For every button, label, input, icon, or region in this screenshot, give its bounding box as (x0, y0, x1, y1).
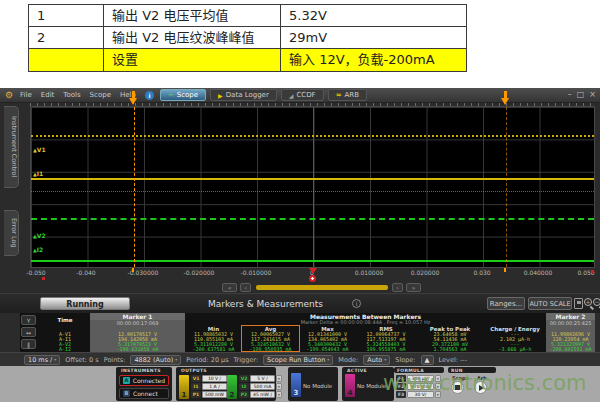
timebase-value: 10 ms / (28, 356, 52, 364)
running-button[interactable]: Running (40, 297, 130, 310)
pan-right-button[interactable]: › (392, 283, 403, 292)
zoom-in-icon[interactable]: + (584, 298, 592, 306)
instruments-header: INSTRUMENTS (121, 368, 161, 373)
zoom-out-icon[interactable]: − (593, 298, 600, 306)
sidebar-tab-error-log[interactable]: Error Log (4, 210, 19, 256)
slope-toggle[interactable]: ▲ (421, 355, 434, 365)
marker2-line[interactable] (506, 107, 507, 267)
marker1-arrow-icon[interactable] (129, 98, 137, 105)
scrollbar-thumb[interactable] (256, 285, 388, 290)
v1-chip: V1 (191, 375, 201, 382)
menu-tools[interactable]: Tools (63, 91, 80, 99)
row-number: 1 (29, 5, 104, 26)
v2-range-dropdown[interactable]: 5 V / (250, 375, 275, 382)
v1-range-dropdown[interactable]: 10 V / (202, 375, 227, 382)
module3-status: No Module (303, 383, 332, 389)
tab-data-logger[interactable]: ▶ Data Logger (210, 89, 277, 101)
row-number: 2 (29, 27, 104, 48)
waveform-icon: ≈ (336, 91, 342, 99)
minimize-button[interactable]: – (568, 90, 572, 99)
row-number (29, 49, 104, 71)
timebase-dropdown[interactable]: 10 ms / ▾ (24, 355, 60, 365)
trigger-marker-icon[interactable] (309, 268, 317, 274)
marker2-arrow-icon[interactable] (501, 98, 509, 105)
maximize-button[interactable]: □ (577, 90, 585, 99)
outputs-header: OUTPUTS (181, 368, 207, 373)
p2-range-dropdown[interactable]: 45 mW / (250, 391, 275, 398)
markers-measurements-label: Markers & Measurements (208, 299, 323, 309)
channel-name: V1 (37, 146, 46, 153)
i2-range-dropdown[interactable]: 500 mA (250, 383, 275, 390)
instrument-a-icon: A (123, 377, 130, 384)
play-icon: ▶ (218, 92, 223, 99)
marker2-header: Marker 2 (546, 313, 595, 320)
output-row-p2: P2 45 mW / ▾ (239, 391, 282, 398)
x-tick-label: 0.010000 (347, 269, 391, 276)
p1-chip: P1 (191, 391, 201, 398)
sidebar-tab-instrument-control[interactable]: Instrument Control (4, 106, 19, 188)
tab-label: CCDF (296, 91, 315, 99)
report-table: 1 输出 V2 电压平均值 5.32V 2 输出 V2 电压纹波峰峰值 29mV… (28, 4, 467, 72)
waveform-plot[interactable]: ▲V1 ▲I1 ▲V2 ▲I2 (30, 106, 595, 268)
close-button[interactable]: × (589, 90, 596, 99)
marker-tool-icon[interactable]: ↔ (21, 327, 36, 337)
x-tick-label: 0.040000 (516, 269, 560, 276)
trigger-pin-icon[interactable] (309, 275, 316, 282)
table-row-highlighted: 设置 输入 12V，负载-200mA (29, 49, 466, 71)
instrument-b-button[interactable]: B Connect (119, 388, 169, 399)
title-bar: ⚙ File Edit Tools Scope Help i ~ Scope ▶… (0, 88, 600, 103)
chevron-down-icon: ▾ (54, 356, 56, 364)
tab-arb[interactable]: ≈ ARB (328, 89, 367, 101)
row-item: 输出 V2 电压平均值 (104, 5, 281, 26)
export-icon[interactable] (574, 298, 583, 309)
tab-ccdf[interactable]: ◢ CCDF (281, 89, 324, 101)
screenshot-canvas: 1 输出 V2 电压平均值 5.32V 2 输出 V2 电压纹波峰峰值 29mV… (0, 0, 600, 402)
time-column-header: Time (40, 317, 90, 324)
gear-icon[interactable]: ⚙ (5, 90, 13, 100)
x-tick-label: 0.050 (564, 269, 600, 276)
mode-dropdown[interactable]: Auto ▾ (363, 355, 390, 365)
instrument-a-button[interactable]: A Connected (119, 375, 169, 386)
status-bar: Running Markers & Measurements i Ranges.… (0, 293, 600, 313)
pause-tool-icon[interactable]: ‖ (21, 339, 36, 349)
menu-file[interactable]: File (20, 91, 32, 99)
menu-edit[interactable]: Edit (41, 91, 55, 99)
chevron-down-icon[interactable]: ▾ (276, 383, 282, 390)
offset-label: Offset: 0 s (65, 356, 98, 364)
collapse-info-icon[interactable]: i (352, 299, 361, 308)
trace-i1 (31, 178, 594, 180)
tab-scope[interactable]: ~ Scope (160, 89, 206, 101)
scope-app-window: ⚙ File Edit Tools Scope Help i ~ Scope ▶… (0, 88, 600, 402)
channel-label-v2: ▲V2 (33, 233, 46, 239)
marker1-line[interactable] (134, 107, 135, 267)
right-limit-marker (591, 270, 594, 273)
pan-far-right-button[interactable]: » (406, 283, 421, 292)
instrument-b-icon: B (123, 390, 130, 397)
trigger-dropdown[interactable]: Scope Run Button ▾ (263, 355, 333, 365)
acquisition-bar: 10 ms / ▾ Offset: 0 s Points: 4882 (Auto… (0, 352, 600, 366)
p1-range-dropdown[interactable]: 500 mW (202, 391, 227, 398)
chevron-down-icon[interactable]: ▾ (276, 375, 282, 382)
points-dropdown[interactable]: 4882 (Auto) ▾ (130, 355, 181, 365)
i1-range-dropdown[interactable]: 1 A / (202, 383, 227, 390)
ranges-button[interactable]: Ranges... (487, 297, 525, 310)
trace-v1 (31, 135, 594, 137)
marker2-timestamp: 00:00:00:25:425 (546, 320, 595, 326)
center-gridline (313, 107, 314, 267)
module1-bar: 1 (179, 375, 189, 399)
cursor-tool-icon[interactable]: Y (21, 315, 36, 325)
pan-left-button[interactable]: ‹ (240, 283, 251, 292)
info-icon[interactable]: i (145, 91, 154, 100)
points-value: 4882 (Auto) (134, 356, 173, 364)
x-tick-label: -0.020000 (177, 269, 221, 276)
x-tick-label: 0.030 (460, 269, 504, 276)
autoscale-button[interactable]: AUTO SCALE (528, 297, 572, 310)
table-row: 1 输出 V2 电压平均值 5.32V (29, 5, 466, 27)
module3-bar: 3 (291, 373, 301, 397)
menu-scope[interactable]: Scope (90, 91, 111, 99)
x-tick-label: -0.040 (64, 269, 108, 276)
channel-label-i1: ▲I1 (33, 171, 43, 177)
channel-name: I1 (37, 170, 43, 177)
chevron-down-icon[interactable]: ▾ (276, 391, 282, 398)
pan-far-left-button[interactable]: « (222, 283, 237, 292)
